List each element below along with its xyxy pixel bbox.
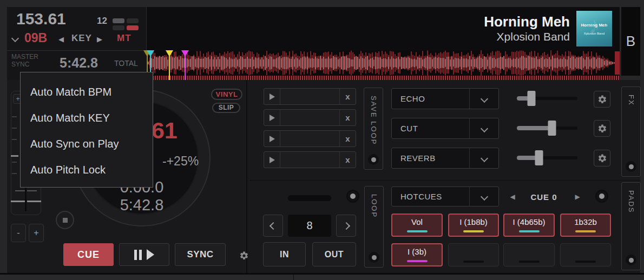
deck-settings-gear-icon[interactable] <box>239 251 249 263</box>
cue-marker-line <box>185 55 186 80</box>
sample-slot[interactable] <box>280 110 339 125</box>
chevron-right-icon <box>342 222 350 229</box>
loop-half-button[interactable] <box>263 215 283 237</box>
fx-name-3: REVERB <box>392 154 469 163</box>
play-icon <box>270 157 275 163</box>
section-divider-horizontal <box>250 180 640 181</box>
loop-out-button[interactable]: OUT <box>312 242 356 266</box>
pads-tab[interactable]: PADS <box>621 182 641 270</box>
hotcue-pad-8[interactable] <box>560 243 611 266</box>
key-prev-icon[interactable]: ◀ <box>58 35 64 43</box>
fx-select-3[interactable]: REVERB <box>391 148 499 169</box>
key-display[interactable]: 09B <box>24 31 47 45</box>
fx-tab[interactable]: FX <box>621 86 641 177</box>
cue-prev-button[interactable]: ◀ <box>507 193 518 201</box>
menu-item-auto-pitch-lock[interactable]: Auto Pitch Lock <box>21 157 153 183</box>
pad-label: I (4b65b) <box>512 217 545 226</box>
loop-tab[interactable]: LOOP <box>364 186 384 268</box>
chevron-down-icon[interactable] <box>11 35 19 42</box>
hotcue-pad-1[interactable]: Vol <box>391 214 443 237</box>
pitch-handle[interactable] <box>11 201 25 202</box>
stop-button[interactable] <box>56 211 74 229</box>
fx-settings-button-2[interactable] <box>594 120 610 137</box>
pause-icon <box>134 250 137 260</box>
waveform-endcap <box>615 51 620 75</box>
save-loop-tab[interactable]: SAVE LOOP <box>364 88 383 170</box>
sample-play-button[interactable] <box>264 131 280 146</box>
sample-play-button[interactable] <box>264 110 280 125</box>
fx-name-2: CUT <box>392 124 469 133</box>
sync-button[interactable]: SYNC <box>175 243 226 266</box>
pitch-handle[interactable] <box>27 201 41 202</box>
play-pause-button[interactable] <box>119 243 169 266</box>
slider-fill <box>517 126 552 130</box>
sample-slot[interactable] <box>280 89 339 104</box>
hotcue-pad-3[interactable]: I (4b65b) <box>503 214 555 237</box>
sample-play-button[interactable] <box>264 152 280 168</box>
loop-length-bar[interactable] <box>288 195 331 201</box>
fx-settings-button-1[interactable] <box>594 91 610 108</box>
total-label[interactable]: TOTAL <box>114 59 138 68</box>
slider-thumb[interactable] <box>548 121 556 136</box>
loop-double-button[interactable] <box>336 215 356 237</box>
beat-pill <box>113 18 124 23</box>
pitch-tick <box>12 173 17 174</box>
sync-label: SYNC <box>11 61 29 68</box>
pitch-tick <box>12 116 17 117</box>
sample-clear-button[interactable]: x <box>339 152 356 168</box>
sample-clear-button[interactable]: x <box>339 131 356 146</box>
vinyl-mode-toggle[interactable]: VINYL <box>211 89 242 100</box>
fx-amount-slider-2[interactable] <box>517 121 577 136</box>
sample-slot[interactable] <box>280 131 339 146</box>
slider-thumb[interactable] <box>527 91 535 106</box>
fx-select-1[interactable]: ECHO <box>391 88 499 109</box>
key-next-icon[interactable]: ▶ <box>97 35 102 43</box>
loop-active-toggle[interactable] <box>346 190 359 203</box>
menu-item-auto-match-bpm[interactable]: Auto Match BPM <box>21 79 153 105</box>
slip-mode-toggle[interactable]: SLIP <box>212 103 240 113</box>
sample-slot[interactable] <box>280 152 339 168</box>
waveform[interactable] <box>146 50 620 76</box>
sample-clear-button[interactable]: x <box>339 110 356 125</box>
menu-item-auto-sync-on-play[interactable]: Auto Sync on Play <box>21 131 153 157</box>
menu-item-auto-match-key[interactable]: Auto Match KEY <box>21 105 153 131</box>
pitch-tick <box>12 139 17 140</box>
loop-in-button[interactable]: IN <box>263 242 306 266</box>
fx-amount-slider-3[interactable] <box>517 150 577 165</box>
loop-sample-row: x <box>264 88 356 105</box>
hotcue-pad-2[interactable]: I (1b8b) <box>448 214 499 237</box>
sample-clear-button[interactable]: x <box>339 89 356 104</box>
jog-pitch-range: -+25% <box>162 154 199 169</box>
section-divider-vertical <box>246 80 247 273</box>
track-info-panel: Horning Meh Xplosion Band ♪ Horning Meh … <box>146 7 620 50</box>
cue-selector-label: CUE 0 <box>521 192 567 202</box>
loop-size-display[interactable]: 8 <box>288 215 331 237</box>
play-icon <box>147 249 154 260</box>
pads-mode-select[interactable]: HOTCUES <box>391 186 499 206</box>
pitch-minus-button[interactable]: - <box>11 224 26 242</box>
fx-indicator[interactable] <box>626 161 636 172</box>
chevron-down-icon <box>469 148 498 168</box>
beatgrid-strip[interactable] <box>146 76 620 80</box>
stop-icon <box>63 218 68 223</box>
cue-next-button[interactable]: ▶ <box>571 193 583 201</box>
pad-color-bar <box>407 260 428 262</box>
pads-indicator[interactable] <box>626 255 636 265</box>
sample-play-button[interactable] <box>264 89 280 104</box>
hotcue-pad-6[interactable] <box>448 243 499 266</box>
slider-thumb[interactable] <box>535 150 543 165</box>
hotcue-pad-4[interactable]: 1b32b <box>560 214 611 237</box>
hotcue-pad-5[interactable]: I (3b) <box>391 243 443 266</box>
loop-indicator[interactable] <box>369 252 379 263</box>
cue-button[interactable]: CUE <box>63 243 114 266</box>
master-tempo-toggle[interactable]: MT <box>117 33 132 44</box>
pitch-plus-button[interactable]: + <box>29 224 44 242</box>
loop-sample-row: x <box>264 151 356 168</box>
fx-amount-slider-1[interactable] <box>517 91 577 106</box>
fx-settings-button-3[interactable] <box>594 150 610 166</box>
pad-color-bar <box>519 261 540 263</box>
fx-select-2[interactable]: CUT <box>391 118 499 139</box>
cue-set-toggle[interactable] <box>595 190 608 203</box>
save-loop-indicator[interactable] <box>368 154 379 165</box>
hotcue-pad-7[interactable] <box>503 243 555 266</box>
